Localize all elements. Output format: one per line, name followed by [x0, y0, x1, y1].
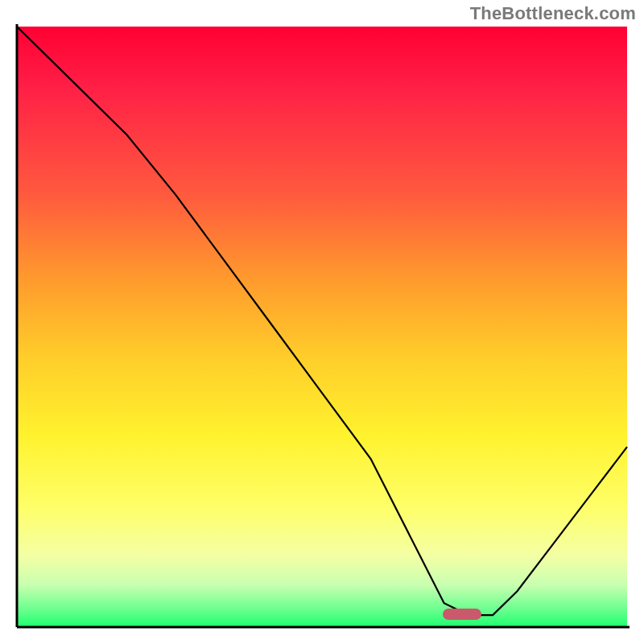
chart-area: [14, 24, 630, 630]
watermark-text: TheBottleneck.com: [470, 3, 636, 24]
chart-inner: [14, 24, 630, 630]
axes: [14, 24, 630, 630]
optimal-marker: [443, 609, 481, 620]
